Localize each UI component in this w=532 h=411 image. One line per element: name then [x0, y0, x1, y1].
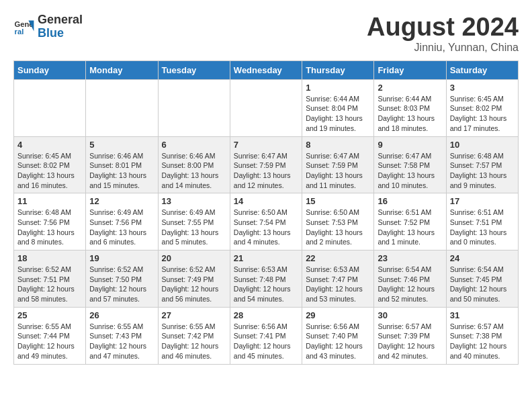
calendar-cell: 13Sunrise: 6:49 AM Sunset: 7:55 PM Dayli… [158, 193, 230, 250]
calendar-cell: 18Sunrise: 6:52 AM Sunset: 7:51 PM Dayli… [14, 250, 86, 308]
day-info: Sunrise: 6:46 AM Sunset: 8:00 PM Dayligh… [162, 151, 226, 191]
day-info: Sunrise: 6:47 AM Sunset: 7:58 PM Dayligh… [378, 151, 442, 191]
week-row-2: 4Sunrise: 6:45 AM Sunset: 8:02 PM Daylig… [14, 136, 519, 193]
day-info: Sunrise: 6:49 AM Sunset: 7:55 PM Dayligh… [162, 208, 226, 247]
calendar-cell: 31Sunrise: 6:57 AM Sunset: 7:38 PM Dayli… [446, 307, 518, 364]
day-info: Sunrise: 6:52 AM Sunset: 7:50 PM Dayligh… [89, 265, 154, 304]
day-info: Sunrise: 6:52 AM Sunset: 7:51 PM Dayligh… [17, 265, 82, 304]
logo-text: General Blue [38, 13, 83, 40]
day-info: Sunrise: 6:46 AM Sunset: 8:01 PM Dayligh… [89, 151, 154, 191]
day-number: 23 [378, 253, 442, 263]
calendar-cell: 7Sunrise: 6:47 AM Sunset: 7:59 PM Daylig… [230, 136, 302, 193]
day-info: Sunrise: 6:56 AM Sunset: 7:40 PM Dayligh… [306, 322, 370, 361]
week-row-5: 25Sunrise: 6:55 AM Sunset: 7:44 PM Dayli… [14, 307, 519, 364]
day-number: 3 [450, 83, 515, 93]
page-header: Gene ral General Blue August 2024 Jinniu… [13, 13, 519, 54]
day-info: Sunrise: 6:48 AM Sunset: 7:57 PM Dayligh… [450, 151, 515, 191]
col-header-tuesday: Tuesday [158, 60, 230, 79]
header-row: SundayMondayTuesdayWednesdayThursdayFrid… [14, 60, 519, 79]
day-number: 19 [89, 253, 154, 263]
day-number: 8 [306, 140, 370, 150]
day-number: 18 [17, 253, 82, 263]
day-info: Sunrise: 6:55 AM Sunset: 7:42 PM Dayligh… [162, 322, 226, 361]
calendar-cell: 5Sunrise: 6:46 AM Sunset: 8:01 PM Daylig… [86, 136, 158, 193]
day-number: 13 [162, 196, 226, 206]
subtitle: Jinniu, Yunnan, China [367, 42, 519, 54]
week-row-4: 18Sunrise: 6:52 AM Sunset: 7:51 PM Dayli… [14, 250, 519, 308]
day-number: 1 [306, 83, 370, 93]
calendar-cell: 12Sunrise: 6:49 AM Sunset: 7:56 PM Dayli… [86, 193, 158, 250]
day-number: 10 [450, 140, 515, 150]
calendar-cell [158, 79, 230, 136]
col-header-thursday: Thursday [302, 60, 374, 79]
day-number: 17 [450, 196, 515, 206]
col-header-sunday: Sunday [14, 60, 86, 79]
calendar-cell: 3Sunrise: 6:45 AM Sunset: 8:02 PM Daylig… [446, 79, 518, 136]
day-info: Sunrise: 6:44 AM Sunset: 8:04 PM Dayligh… [306, 94, 370, 134]
day-number: 11 [17, 196, 82, 206]
calendar-cell: 14Sunrise: 6:50 AM Sunset: 7:54 PM Dayli… [230, 193, 302, 250]
calendar-cell: 1Sunrise: 6:44 AM Sunset: 8:04 PM Daylig… [302, 79, 374, 136]
main-title: August 2024 [367, 13, 519, 42]
calendar-cell: 6Sunrise: 6:46 AM Sunset: 8:00 PM Daylig… [158, 136, 230, 193]
day-number: 9 [378, 140, 442, 150]
day-info: Sunrise: 6:55 AM Sunset: 7:43 PM Dayligh… [89, 322, 154, 361]
day-number: 5 [89, 140, 154, 150]
day-info: Sunrise: 6:52 AM Sunset: 7:49 PM Dayligh… [162, 265, 226, 304]
day-info: Sunrise: 6:44 AM Sunset: 8:03 PM Dayligh… [378, 94, 442, 134]
calendar-cell: 30Sunrise: 6:57 AM Sunset: 7:39 PM Dayli… [374, 307, 446, 364]
day-info: Sunrise: 6:51 AM Sunset: 7:52 PM Dayligh… [378, 208, 442, 247]
calendar-cell: 25Sunrise: 6:55 AM Sunset: 7:44 PM Dayli… [14, 307, 86, 364]
day-number: 16 [378, 196, 442, 206]
day-number: 24 [450, 253, 515, 263]
day-info: Sunrise: 6:57 AM Sunset: 7:39 PM Dayligh… [378, 322, 442, 361]
day-number: 28 [234, 310, 298, 320]
day-info: Sunrise: 6:57 AM Sunset: 7:38 PM Dayligh… [450, 322, 515, 361]
calendar-cell: 20Sunrise: 6:52 AM Sunset: 7:49 PM Dayli… [158, 250, 230, 308]
calendar-cell: 17Sunrise: 6:51 AM Sunset: 7:51 PM Dayli… [446, 193, 518, 250]
calendar-cell: 21Sunrise: 6:53 AM Sunset: 7:48 PM Dayli… [230, 250, 302, 308]
calendar-cell: 27Sunrise: 6:55 AM Sunset: 7:42 PM Dayli… [158, 307, 230, 364]
day-info: Sunrise: 6:51 AM Sunset: 7:51 PM Dayligh… [450, 208, 515, 247]
week-row-1: 1Sunrise: 6:44 AM Sunset: 8:04 PM Daylig… [14, 79, 519, 136]
day-number: 22 [306, 253, 370, 263]
day-info: Sunrise: 6:54 AM Sunset: 7:45 PM Dayligh… [450, 265, 515, 304]
col-header-saturday: Saturday [446, 60, 518, 79]
title-block: August 2024 Jinniu, Yunnan, China [367, 13, 519, 54]
calendar-cell: 15Sunrise: 6:50 AM Sunset: 7:53 PM Dayli… [302, 193, 374, 250]
calendar-cell [230, 79, 302, 136]
day-number: 6 [162, 140, 226, 150]
day-number: 26 [89, 310, 154, 320]
day-number: 29 [306, 310, 370, 320]
day-info: Sunrise: 6:50 AM Sunset: 7:54 PM Dayligh… [234, 208, 298, 247]
day-info: Sunrise: 6:47 AM Sunset: 7:59 PM Dayligh… [234, 151, 298, 191]
svg-text:ral: ral [15, 28, 24, 36]
calendar-cell: 2Sunrise: 6:44 AM Sunset: 8:03 PM Daylig… [374, 79, 446, 136]
calendar-cell: 11Sunrise: 6:48 AM Sunset: 7:56 PM Dayli… [14, 193, 86, 250]
calendar-cell: 29Sunrise: 6:56 AM Sunset: 7:40 PM Dayli… [302, 307, 374, 364]
day-info: Sunrise: 6:55 AM Sunset: 7:44 PM Dayligh… [17, 322, 82, 361]
calendar-cell [86, 79, 158, 136]
calendar-cell: 10Sunrise: 6:48 AM Sunset: 7:57 PM Dayli… [446, 136, 518, 193]
calendar-cell: 19Sunrise: 6:52 AM Sunset: 7:50 PM Dayli… [86, 250, 158, 308]
calendar-cell: 4Sunrise: 6:45 AM Sunset: 8:02 PM Daylig… [14, 136, 86, 193]
day-info: Sunrise: 6:53 AM Sunset: 7:48 PM Dayligh… [234, 265, 298, 304]
day-info: Sunrise: 6:50 AM Sunset: 7:53 PM Dayligh… [306, 208, 370, 247]
day-number: 12 [89, 196, 154, 206]
day-info: Sunrise: 6:47 AM Sunset: 7:59 PM Dayligh… [306, 151, 370, 191]
week-row-3: 11Sunrise: 6:48 AM Sunset: 7:56 PM Dayli… [14, 193, 519, 250]
col-header-friday: Friday [374, 60, 446, 79]
day-number: 25 [17, 310, 82, 320]
day-number: 20 [162, 253, 226, 263]
day-number: 14 [234, 196, 298, 206]
day-info: Sunrise: 6:54 AM Sunset: 7:46 PM Dayligh… [378, 265, 442, 304]
logo: Gene ral General Blue [13, 13, 83, 40]
day-number: 30 [378, 310, 442, 320]
calendar-cell: 23Sunrise: 6:54 AM Sunset: 7:46 PM Dayli… [374, 250, 446, 308]
day-number: 7 [234, 140, 298, 150]
day-info: Sunrise: 6:56 AM Sunset: 7:41 PM Dayligh… [234, 322, 298, 361]
day-info: Sunrise: 6:53 AM Sunset: 7:47 PM Dayligh… [306, 265, 370, 304]
calendar-table: SundayMondayTuesdayWednesdayThursdayFrid… [13, 60, 519, 365]
day-number: 27 [162, 310, 226, 320]
calendar-cell: 26Sunrise: 6:55 AM Sunset: 7:43 PM Dayli… [86, 307, 158, 364]
